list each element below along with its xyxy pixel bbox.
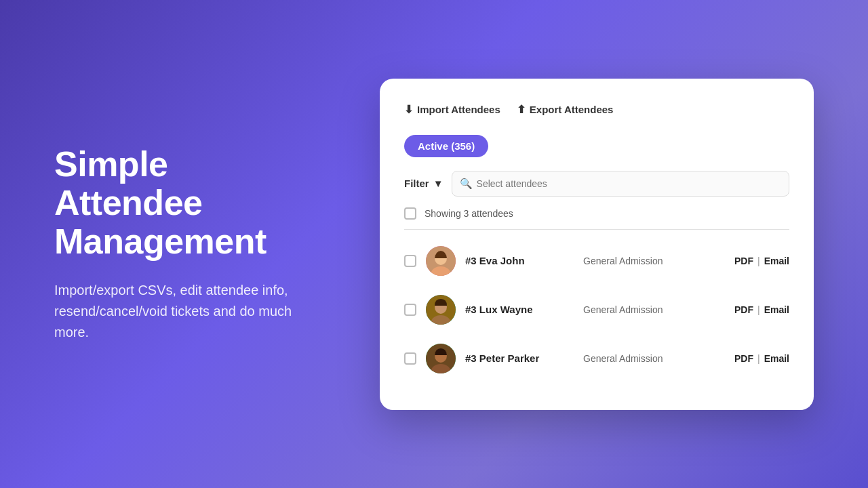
avatar (426, 246, 456, 276)
divider-1: | (757, 256, 760, 266)
attendee-name-1: #3 Eva John (465, 255, 574, 266)
import-icon: ⬇ (404, 103, 413, 116)
right-panel: ⬇ Import Attendees ⬆ Export Attendees Ac… (339, 52, 868, 437)
attendee-checkbox-3[interactable] (404, 352, 416, 365)
attendee-search-input[interactable] (452, 171, 789, 197)
search-icon: 🔍 (460, 178, 473, 190)
import-attendees-button[interactable]: ⬇ Import Attendees (404, 100, 500, 119)
left-panel: Simple Attendee Management Import/export… (0, 104, 339, 384)
export-attendees-button[interactable]: ⬆ Export Attendees (517, 100, 614, 119)
attendee-name-2: #3 Lux Wayne (465, 304, 574, 315)
filter-row: Filter ▼ 🔍 (404, 171, 789, 197)
attendee-name-3: #3 Peter Parker (465, 352, 574, 364)
table-row: #3 Eva John General Admission PDF | Emai… (404, 237, 789, 285)
attendee-list: #3 Eva John General Admission PDF | Emai… (404, 237, 789, 383)
hero-description: Import/export CSVs, edit attendee info, … (54, 280, 298, 343)
table-row: #3 Lux Wayne General Admission PDF | Ema… (404, 285, 789, 334)
pdf-link-3[interactable]: PDF (734, 353, 753, 364)
ticket-type-1: General Admission (583, 256, 725, 266)
filter-label: Filter (404, 178, 429, 189)
attendee-checkbox-2[interactable] (404, 304, 416, 316)
avatar (426, 344, 456, 373)
avatar (426, 295, 456, 325)
select-all-checkbox[interactable] (404, 207, 416, 220)
email-link-3[interactable]: Email (764, 353, 789, 364)
card-toolbar: ⬇ Import Attendees ⬆ Export Attendees (404, 100, 789, 119)
attendee-management-card: ⬇ Import Attendees ⬆ Export Attendees Ac… (380, 79, 814, 410)
search-input-wrap: 🔍 (452, 171, 789, 197)
export-label: Export Attendees (530, 104, 614, 115)
active-filter-badge[interactable]: Active (356) (404, 135, 488, 157)
divider-2: | (757, 304, 760, 315)
table-row: #3 Peter Parker General Admission PDF | … (404, 334, 789, 383)
hero-title: Simple Attendee Management (54, 145, 298, 262)
import-label: Import Attendees (417, 104, 500, 115)
email-link-1[interactable]: Email (764, 256, 789, 266)
divider-3: | (757, 353, 760, 364)
pdf-link-1[interactable]: PDF (734, 256, 753, 266)
filter-chevron-icon: ▼ (433, 178, 443, 189)
action-links-1: PDF | Email (734, 256, 789, 266)
attendee-checkbox-1[interactable] (404, 255, 416, 267)
email-link-2[interactable]: Email (764, 304, 789, 315)
ticket-type-3: General Admission (583, 353, 725, 364)
filter-button[interactable]: Filter ▼ (404, 178, 443, 189)
action-links-3: PDF | Email (734, 353, 789, 364)
ticket-type-2: General Admission (583, 304, 725, 315)
showing-count-text: Showing 3 attendees (425, 208, 513, 219)
export-icon: ⬆ (517, 103, 526, 116)
action-links-2: PDF | Email (734, 304, 789, 315)
pdf-link-2[interactable]: PDF (734, 304, 753, 315)
showing-row: Showing 3 attendees (404, 207, 789, 230)
